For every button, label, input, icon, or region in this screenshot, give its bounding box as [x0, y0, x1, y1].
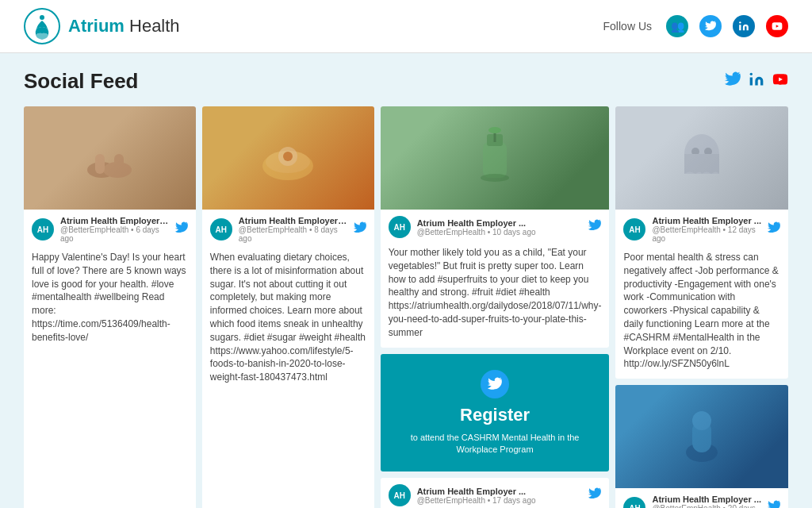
card-author-info: Atrium Health Employer ... @BetterEmpHea…: [60, 216, 169, 243]
card-twitter-icon[interactable]: [588, 219, 601, 235]
feed-linkedin-icon[interactable]: [749, 71, 764, 91]
feed-social-icons: [725, 71, 788, 91]
card-author-area: AH Atrium Health Employer ... @BetterEmp…: [381, 210, 610, 241]
card-author-name: Atrium Health Employer ...: [417, 218, 583, 228]
linkedin-icon-header[interactable]: [733, 15, 755, 37]
card-author-area: AH Atrium Health Employer ... @BetterEmp…: [615, 488, 788, 508]
card-author-info: Atrium Health Employer ... @BetterEmpHea…: [417, 218, 583, 237]
card-image: [615, 385, 788, 488]
card-author-name: Atrium Health Employer ...: [60, 216, 169, 225]
card-author-meta: @BetterEmpHealth • 6 days ago: [60, 225, 169, 243]
follow-us-label: Follow Us: [603, 20, 652, 33]
people-icon-header[interactable]: 👥: [666, 15, 688, 37]
register-cta-card[interactable]: Register to attend the CASHRM Mental Hea…: [381, 354, 610, 472]
card-author-area: AH Atrium Health Employer ... @BetterEmp…: [615, 210, 788, 246]
svg-point-4: [750, 73, 753, 75]
svg-point-2: [739, 21, 741, 23]
twitter-icon-header[interactable]: [699, 15, 722, 37]
card-author-meta: @BetterEmpHealth • 12 days ago: [652, 225, 761, 243]
card-body: Your mother likely told you as a child, …: [381, 241, 610, 348]
svg-rect-8: [95, 154, 105, 174]
card-avatar: AH: [32, 218, 54, 241]
card-author-area: AH Atrium Health Employer ... @BetterEmp…: [202, 210, 374, 246]
svg-point-1: [40, 15, 44, 20]
card-author-meta: @BetterEmpHealth • 10 days ago: [417, 228, 583, 237]
feed-card: AH Atrium Health Employer ... @BetterEmp…: [615, 385, 788, 508]
card-twitter-icon[interactable]: [588, 487, 601, 503]
card-author-name: Atrium Health Employer ...: [652, 216, 761, 225]
feed-card: AH Atrium Health Employer ... @BetterEmp…: [24, 106, 196, 508]
feed-card: AH Atrium Health Employer ... @BetterEmp…: [381, 478, 610, 508]
card-author-meta: @BetterEmpHealth • 8 days ago: [239, 225, 347, 243]
card-image: [381, 106, 610, 210]
card-image: [202, 106, 374, 210]
card-avatar: AH: [389, 216, 411, 238]
logo-area: Atrium Health: [24, 8, 180, 44]
register-twitter-icon: [481, 370, 509, 398]
feed-youtube-icon[interactable]: [772, 71, 788, 91]
card-author-area: AH Atrium Health Employer ... @BetterEmp…: [381, 478, 610, 508]
card-image: [24, 106, 196, 210]
card-twitter-icon[interactable]: [175, 221, 188, 237]
register-subtitle: to attend the CASHRM Mental Health in th…: [396, 432, 594, 456]
card-author-area: AH Atrium Health Employer ... @BetterEmp…: [24, 210, 196, 246]
card-body: When evaluating dietary choices, there i…: [202, 246, 374, 508]
feed-card: AH Atrium Health Employer ... @BetterEmp…: [202, 106, 374, 508]
feed-twitter-icon[interactable]: [725, 71, 741, 91]
feed-grid: AH Atrium Health Employer ... @BetterEmp…: [24, 106, 788, 508]
social-feed-header: Social Feed: [24, 69, 788, 94]
card-author-info: Atrium Health Employer ... @BetterEmpHea…: [652, 216, 761, 243]
svg-point-18: [488, 127, 501, 133]
feed-card: AH Atrium Health Employer ... @BetterEmp…: [381, 106, 610, 348]
card-avatar: AH: [389, 484, 411, 506]
card-twitter-icon[interactable]: [768, 221, 780, 237]
card-author-meta: @BetterEmpHealth • 17 days ago: [417, 496, 583, 505]
feed-card: AH Atrium Health Employer ... @BetterEmp…: [615, 106, 788, 379]
social-feed-section: Social Feed: [0, 53, 812, 508]
card-author-meta: @BetterEmpHealth • 20 days ago: [652, 504, 761, 508]
youtube-icon-header[interactable]: [766, 15, 788, 37]
social-feed-title: Social Feed: [24, 69, 139, 94]
card-avatar: AH: [623, 218, 645, 241]
card-body: Poor mental health & stress can negative…: [615, 246, 788, 379]
card-twitter-icon[interactable]: [768, 500, 780, 508]
card-avatar: AH: [623, 497, 645, 508]
site-header: Atrium Health Follow Us 👥: [0, 0, 812, 53]
card-author-name: Atrium Health Employer ...: [239, 216, 347, 225]
card-author-info: Atrium Health Employer ... @BetterEmpHea…: [652, 495, 761, 508]
card-avatar: AH: [210, 218, 232, 241]
atrium-logo-icon: [24, 8, 60, 44]
svg-point-16: [481, 174, 509, 182]
card-image: [615, 106, 788, 210]
svg-point-13: [283, 152, 293, 161]
svg-rect-9: [114, 154, 124, 174]
card-author-info: Atrium Health Employer ... @BetterEmpHea…: [239, 216, 347, 243]
card-author-info: Atrium Health Employer ... @BetterEmpHea…: [417, 487, 583, 505]
svg-rect-14: [483, 142, 507, 178]
card-body: Happy Valentine's Day! Is your heart ful…: [24, 246, 196, 508]
card-twitter-icon[interactable]: [354, 221, 366, 237]
register-title: Register: [460, 405, 530, 425]
card-author-name: Atrium Health Employer ...: [652, 495, 761, 504]
header-right: Follow Us 👥: [603, 15, 788, 37]
card-author-name: Atrium Health Employer ...: [417, 487, 583, 496]
logo-text: Atrium Health: [68, 16, 180, 37]
svg-point-25: [692, 411, 711, 430]
